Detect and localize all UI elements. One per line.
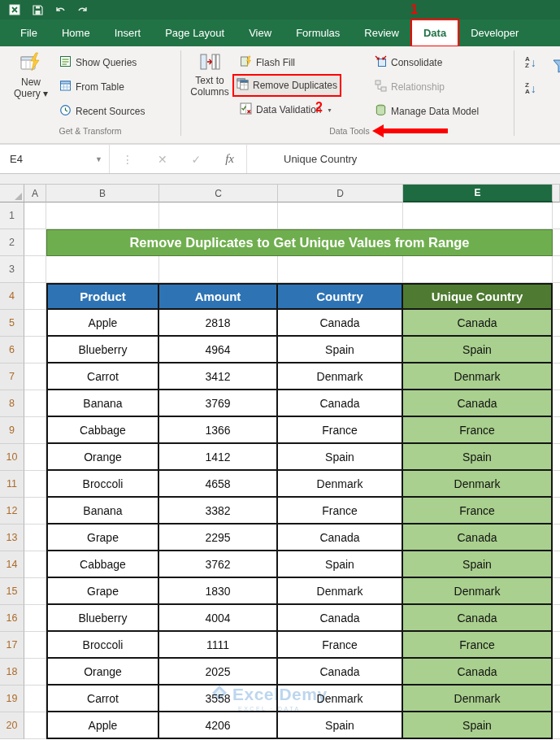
cell-D13[interactable]: Canada (278, 525, 403, 551)
cell-B13[interactable]: Grape (46, 525, 159, 551)
select-all-corner[interactable] (0, 185, 24, 202)
tab-data[interactable]: Data (411, 20, 458, 46)
row-header-14[interactable]: 14 (0, 551, 24, 578)
row-header-19[interactable]: 19 (0, 686, 24, 712)
cell-A6[interactable] (24, 337, 46, 363)
column-header-E[interactable]: E (403, 185, 553, 202)
cell-C12[interactable]: 3382 (159, 498, 278, 525)
cell-C5[interactable]: 2818 (159, 310, 278, 337)
tab-review[interactable]: Review (352, 20, 411, 46)
cell-C9[interactable]: 1366 (159, 417, 278, 444)
cell-E14[interactable]: Spain (403, 551, 553, 578)
cell-C14[interactable]: 3762 (159, 551, 278, 578)
cell-E18[interactable]: Canada (403, 659, 553, 686)
row-header-1[interactable]: 1 (0, 202, 24, 229)
cell-A18[interactable] (24, 659, 46, 686)
cell-D11[interactable]: Denmark (278, 471, 403, 498)
cell-B12[interactable]: Banana (46, 498, 159, 525)
cell-A5[interactable] (24, 310, 46, 337)
cell-D14[interactable]: Spain (278, 551, 403, 578)
cell-C8[interactable]: 3769 (159, 390, 278, 417)
undo-icon[interactable] (54, 3, 67, 16)
cell-B14[interactable]: Cabbage (46, 551, 159, 578)
cell-D3[interactable] (278, 256, 403, 283)
cell-B9[interactable]: Cabbage (46, 417, 159, 444)
cell-B4[interactable]: Product (46, 283, 159, 310)
cell-B7[interactable]: Carrot (46, 363, 159, 390)
cell-C20[interactable]: 4206 (159, 712, 278, 739)
row-header-17[interactable]: 17 (0, 632, 24, 659)
cell-B20[interactable]: Apple (46, 712, 159, 739)
cell-A13[interactable] (24, 525, 46, 551)
row-header-15[interactable]: 15 (0, 578, 24, 605)
cell-C15[interactable]: 1830 (159, 578, 278, 605)
cell-A3[interactable] (24, 256, 46, 283)
cell-D9[interactable]: France (278, 417, 403, 444)
excel-logo-icon[interactable] (8, 3, 21, 16)
cell-D1[interactable] (278, 202, 403, 229)
flash-fill-button[interactable]: Flash Fill (237, 53, 297, 72)
cell-E15[interactable]: Denmark (403, 578, 553, 605)
cell-E8[interactable]: Canada (403, 390, 553, 417)
cancel-icon[interactable]: ✕ (158, 153, 167, 166)
sort-za-button[interactable]: ZA↓ (525, 82, 536, 95)
cell-B8[interactable]: Banana (46, 390, 159, 417)
tab-view[interactable]: View (237, 20, 284, 46)
row-header-2[interactable]: 2 (0, 229, 24, 256)
row-header-8[interactable]: 8 (0, 390, 24, 417)
row-header-6[interactable]: 6 (0, 337, 24, 363)
cell-B16[interactable]: Blueberry (46, 605, 159, 632)
recent-sources-button[interactable]: Recent Sources (57, 102, 147, 121)
cell-A12[interactable] (24, 498, 46, 525)
cell-B6[interactable]: Blueberry (46, 337, 159, 363)
column-header-A[interactable]: A (24, 185, 46, 202)
cell-E3[interactable] (403, 256, 553, 283)
tab-formulas[interactable]: Formulas (284, 20, 352, 46)
cell-A16[interactable] (24, 605, 46, 632)
column-header-D[interactable]: D (278, 185, 403, 202)
row-header-18[interactable]: 18 (0, 659, 24, 686)
cell-D20[interactable]: Spain (278, 712, 403, 739)
cell-A4[interactable] (24, 283, 46, 310)
merged-banner-cell[interactable]: Remove Duplicates to Get Unique Values f… (46, 229, 553, 256)
drag-handle-icon[interactable]: ⋮ (122, 153, 133, 166)
cell-A9[interactable] (24, 417, 46, 444)
cell-C19[interactable]: 3558 (159, 686, 278, 712)
tab-home[interactable]: Home (50, 20, 102, 46)
cell-E19[interactable]: Denmark (403, 686, 553, 712)
cell-C13[interactable]: 2295 (159, 525, 278, 551)
cell-E6[interactable]: Spain (403, 337, 553, 363)
cell-C7[interactable]: 3412 (159, 363, 278, 390)
row-header-16[interactable]: 16 (0, 605, 24, 632)
row-header-10[interactable]: 10 (0, 444, 24, 471)
tab-file[interactable]: File (8, 20, 50, 46)
tab-page-layout[interactable]: Page Layout (153, 20, 237, 46)
remove-duplicates-button[interactable]: Remove Duplicates (234, 76, 340, 95)
cell-C4[interactable]: Amount (159, 283, 278, 310)
cell-E4[interactable]: Unique Country (403, 283, 553, 310)
cell-D18[interactable]: Canada (278, 659, 403, 686)
cell-A7[interactable] (24, 363, 46, 390)
cell-E16[interactable]: Canada (403, 605, 553, 632)
tab-developer[interactable]: Developer (458, 20, 531, 46)
name-box-dropdown-icon[interactable]: ▼ (95, 155, 102, 163)
cell-D6[interactable]: Spain (278, 337, 403, 363)
redo-icon[interactable] (76, 3, 89, 16)
cell-D17[interactable]: France (278, 632, 403, 659)
cell-A14[interactable] (24, 551, 46, 578)
text-to-columns-button[interactable]: Text to Columns (185, 51, 234, 98)
cell-A10[interactable] (24, 444, 46, 471)
cell-D4[interactable]: Country (278, 283, 403, 310)
filter-icon[interactable] (552, 58, 560, 77)
cell-C11[interactable]: 4658 (159, 471, 278, 498)
cell-D19[interactable]: Denmark (278, 686, 403, 712)
cell-D8[interactable]: Canada (278, 390, 403, 417)
cell-C18[interactable]: 2025 (159, 659, 278, 686)
row-header-5[interactable]: 5 (0, 310, 24, 337)
consolidate-button[interactable]: Consolidate (372, 53, 445, 72)
cell-E5[interactable]: Canada (403, 310, 553, 337)
cell-E20[interactable]: Spain (403, 712, 553, 739)
column-header-C[interactable]: C (159, 185, 278, 202)
cell-E1[interactable] (403, 202, 553, 229)
cell-D12[interactable]: France (278, 498, 403, 525)
